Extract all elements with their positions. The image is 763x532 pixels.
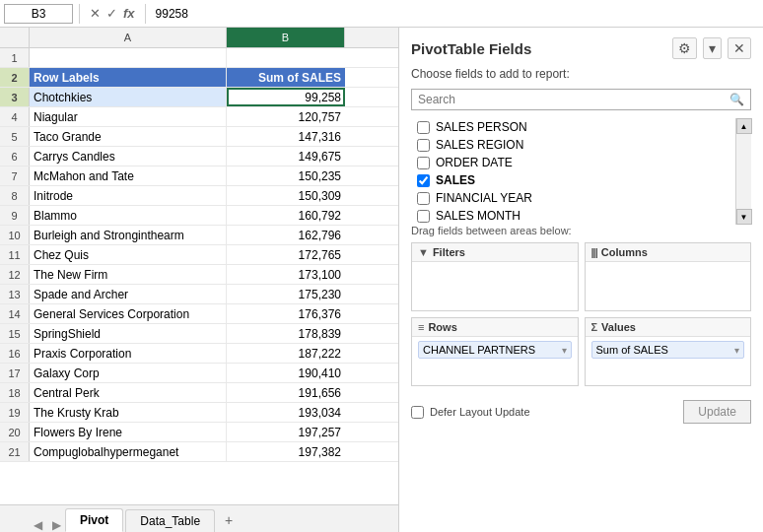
field-checkbox[interactable] bbox=[417, 139, 430, 152]
label-cell[interactable]: Spade and Archer bbox=[30, 285, 227, 303]
label-cell[interactable]: The New Firm bbox=[30, 265, 227, 284]
field-item[interactable]: FINANCIAL YEAR bbox=[411, 189, 735, 207]
scroll-up-btn[interactable]: ▲ bbox=[736, 118, 752, 134]
area-label: Rows bbox=[428, 321, 456, 333]
value-cell[interactable]: 191,656 bbox=[227, 383, 345, 402]
field-item[interactable]: SALES REGION bbox=[411, 136, 735, 154]
label-cell[interactable]: Niagular bbox=[30, 107, 227, 126]
field-label: SALES REGION bbox=[436, 138, 523, 152]
pivot-subtitle: Choose fields to add to report: bbox=[411, 67, 751, 81]
label-cell[interactable]: Burleigh and Stronginthearm bbox=[30, 226, 227, 244]
field-item[interactable]: SALES MONTH bbox=[411, 207, 735, 225]
cancel-formula-icon[interactable]: ✕ bbox=[90, 6, 101, 21]
value-cell[interactable]: 162,796 bbox=[227, 226, 345, 244]
value-cell[interactable]: 176,376 bbox=[227, 304, 345, 323]
value-cell[interactable]: 175,230 bbox=[227, 285, 345, 303]
field-item[interactable]: SALES PERSON bbox=[411, 118, 735, 136]
label-cell[interactable]: Flowers By Irene bbox=[30, 423, 227, 441]
row-num: 20 bbox=[0, 423, 30, 441]
area-content: CHANNEL PARTNERS ▾ bbox=[412, 337, 578, 365]
label-cell[interactable]: Central Perk bbox=[30, 383, 227, 402]
cell-ref-input[interactable]: B3 bbox=[4, 4, 73, 24]
cell[interactable] bbox=[30, 48, 227, 67]
formula-input[interactable]: 99258 bbox=[152, 5, 759, 23]
field-checkbox[interactable] bbox=[417, 210, 430, 223]
pivot-dropdown-icon[interactable]: ▾ bbox=[703, 37, 722, 59]
scroll-down-btn[interactable]: ▼ bbox=[736, 209, 752, 225]
label-cell[interactable]: SpringShield bbox=[30, 324, 227, 343]
value-cell[interactable]: 150,235 bbox=[227, 166, 345, 185]
area-label: Filters bbox=[433, 246, 465, 258]
label-cell[interactable]: Compuglobalhypermeganet bbox=[30, 442, 227, 461]
label-cell[interactable]: Galaxy Corp bbox=[30, 364, 227, 382]
defer-label[interactable]: Defer Layout Update bbox=[411, 406, 530, 419]
add-tab-button[interactable]: + bbox=[217, 508, 241, 532]
table-row: 7 McMahon and Tate 150,235 bbox=[0, 166, 398, 186]
field-checkbox[interactable] bbox=[417, 121, 430, 134]
tab-nav-right[interactable]: ▶ bbox=[48, 518, 65, 532]
table-header-row: 2 Row Labels Sum of SALES bbox=[0, 68, 398, 88]
label-cell[interactable]: Carrys Candles bbox=[30, 147, 227, 166]
value-cell[interactable]: 160,792 bbox=[227, 206, 345, 225]
label-cell[interactable]: The Krusty Krab bbox=[30, 403, 227, 422]
row-num: 21 bbox=[0, 442, 30, 461]
value-cell[interactable]: 149,675 bbox=[227, 147, 345, 166]
value-cell[interactable]: 150,309 bbox=[227, 186, 345, 205]
header-cell-a[interactable]: Row Labels bbox=[30, 68, 227, 87]
table-row: 1 bbox=[0, 48, 398, 68]
field-label: SALES MONTH bbox=[436, 209, 520, 223]
col-header-b[interactable]: B bbox=[227, 28, 345, 47]
area-rows: ≡ Rows CHANNEL PARTNERS ▾ bbox=[411, 317, 579, 386]
sheet-tabs: ◀ ▶ Pivot Data_Table + bbox=[0, 504, 398, 532]
field-checkbox[interactable] bbox=[417, 192, 430, 205]
value-cell[interactable]: 187,222 bbox=[227, 344, 345, 363]
value-cell[interactable]: 193,034 bbox=[227, 403, 345, 422]
tab-pivot[interactable]: Pivot bbox=[65, 508, 123, 532]
value-cell[interactable]: 172,765 bbox=[227, 245, 345, 264]
field-item[interactable]: SALES bbox=[411, 171, 735, 189]
value-cell[interactable]: 147,316 bbox=[227, 127, 345, 146]
value-cell[interactable]: 197,382 bbox=[227, 442, 345, 461]
field-item[interactable]: ORDER DATE bbox=[411, 154, 735, 171]
value-cell[interactable]: 99,258 bbox=[227, 88, 345, 106]
field-checkbox[interactable] bbox=[417, 174, 430, 187]
value-cell[interactable]: 120,757 bbox=[227, 107, 345, 126]
table-row: 6 Carrys Candles 149,675 bbox=[0, 147, 398, 166]
label-cell[interactable]: Praxis Corporation bbox=[30, 344, 227, 363]
table-row: 21 Compuglobalhypermeganet 197,382 bbox=[0, 442, 398, 462]
pivot-search-box[interactable]: 🔍 bbox=[411, 89, 751, 110]
pivot-settings-icon[interactable]: ⚙ bbox=[672, 37, 697, 59]
label-cell[interactable]: Taco Grande bbox=[30, 127, 227, 146]
area-pill[interactable]: Sum of SALES ▾ bbox=[591, 341, 745, 359]
tab-data-table[interactable]: Data_Table bbox=[125, 509, 215, 532]
label-cell[interactable]: Chotchkies bbox=[30, 88, 227, 106]
tab-nav-left[interactable]: ◀ bbox=[30, 518, 46, 532]
label-cell[interactable]: McMahon and Tate bbox=[30, 166, 227, 185]
confirm-formula-icon[interactable]: ✓ bbox=[106, 6, 117, 21]
area-pill[interactable]: CHANNEL PARTNERS ▾ bbox=[418, 341, 572, 359]
table-row: 15 SpringShield 178,839 bbox=[0, 324, 398, 344]
update-button[interactable]: Update bbox=[683, 400, 751, 424]
pivot-search-input[interactable] bbox=[412, 90, 724, 109]
header-cell-b[interactable]: Sum of SALES bbox=[227, 68, 345, 87]
area-header: ▼ Filters bbox=[412, 243, 578, 262]
label-cell[interactable]: Initrode bbox=[30, 186, 227, 205]
label-cell[interactable]: Chez Quis bbox=[30, 245, 227, 264]
row-num: 2 bbox=[0, 68, 30, 87]
cell[interactable] bbox=[227, 48, 345, 67]
field-checkbox[interactable] bbox=[417, 157, 430, 169]
col-header-a[interactable]: A bbox=[30, 28, 227, 47]
defer-checkbox[interactable] bbox=[411, 406, 424, 419]
table-row: 9 Blammo 160,792 bbox=[0, 206, 398, 226]
label-cell[interactable]: General Services Corporation bbox=[30, 304, 227, 323]
value-cell[interactable]: 197,257 bbox=[227, 423, 345, 441]
insert-function-icon[interactable]: fx bbox=[123, 6, 135, 21]
column-headers: A B bbox=[0, 28, 398, 48]
value-cell[interactable]: 190,410 bbox=[227, 364, 345, 382]
pivot-close-icon[interactable]: ✕ bbox=[728, 37, 751, 59]
value-cell[interactable]: 178,839 bbox=[227, 324, 345, 343]
value-cell[interactable]: 173,100 bbox=[227, 265, 345, 284]
label-cell[interactable]: Blammo bbox=[30, 206, 227, 225]
pill-dropdown-icon[interactable]: ▾ bbox=[734, 345, 739, 356]
pill-dropdown-icon[interactable]: ▾ bbox=[562, 345, 567, 356]
